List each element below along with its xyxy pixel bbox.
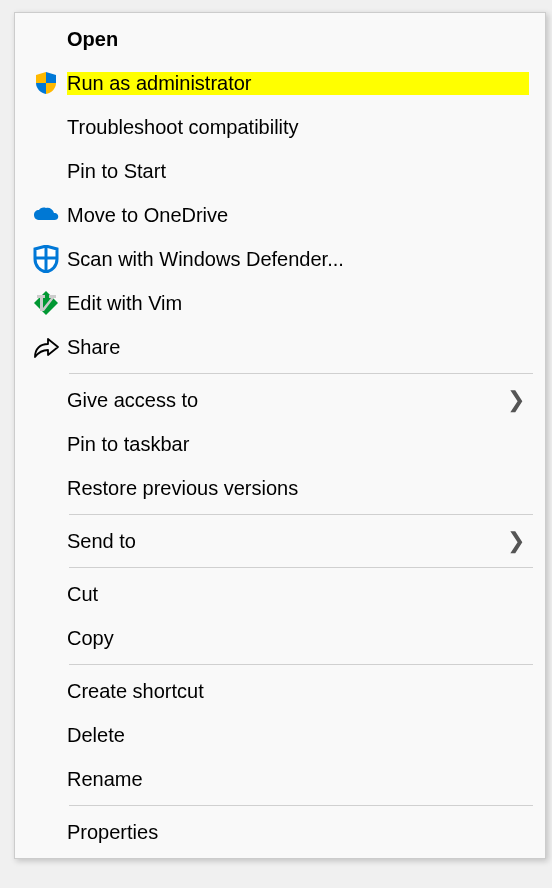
menu-label: Run as administrator [67, 72, 529, 95]
menu-label: Rename [67, 768, 529, 791]
menu-label: Share [67, 336, 529, 359]
menu-label: Pin to taskbar [67, 433, 529, 456]
defender-shield-icon [25, 245, 67, 273]
menu-label: Create shortcut [67, 680, 529, 703]
menu-item-copy[interactable]: Copy [15, 616, 545, 660]
menu-separator [69, 567, 533, 568]
menu-label: Give access to [67, 389, 507, 412]
menu-label: Delete [67, 724, 529, 747]
menu-label: Open [67, 28, 529, 51]
menu-item-troubleshoot-compatibility[interactable]: Troubleshoot compatibility [15, 105, 545, 149]
menu-item-properties[interactable]: Properties [15, 810, 545, 854]
menu-label: Cut [67, 583, 529, 606]
menu-item-rename[interactable]: Rename [15, 757, 545, 801]
menu-item-edit-with-vim[interactable]: Edit with Vim [15, 281, 545, 325]
context-menu: Open Run as administrator Troubleshoot c… [14, 12, 546, 859]
menu-item-pin-to-start[interactable]: Pin to Start [15, 149, 545, 193]
menu-label: Scan with Windows Defender... [67, 248, 529, 271]
menu-item-create-shortcut[interactable]: Create shortcut [15, 669, 545, 713]
menu-separator [69, 664, 533, 665]
menu-item-delete[interactable]: Delete [15, 713, 545, 757]
menu-item-run-as-administrator[interactable]: Run as administrator [15, 61, 545, 105]
menu-item-share[interactable]: Share [15, 325, 545, 369]
menu-label: Troubleshoot compatibility [67, 116, 529, 139]
menu-item-pin-to-taskbar[interactable]: Pin to taskbar [15, 422, 545, 466]
vim-icon [25, 290, 67, 316]
menu-separator [69, 805, 533, 806]
menu-label: Edit with Vim [67, 292, 529, 315]
menu-label: Copy [67, 627, 529, 650]
menu-label: Properties [67, 821, 529, 844]
chevron-right-icon: ❯ [507, 528, 529, 554]
menu-item-give-access-to[interactable]: Give access to ❯ [15, 378, 545, 422]
menu-separator [69, 373, 533, 374]
menu-item-cut[interactable]: Cut [15, 572, 545, 616]
onedrive-icon [25, 206, 67, 224]
menu-label: Send to [67, 530, 507, 553]
chevron-right-icon: ❯ [507, 387, 529, 413]
menu-label: Move to OneDrive [67, 204, 529, 227]
share-icon [25, 335, 67, 359]
menu-item-send-to[interactable]: Send to ❯ [15, 519, 545, 563]
menu-separator [69, 514, 533, 515]
menu-label: Pin to Start [67, 160, 529, 183]
uac-shield-icon [25, 70, 67, 96]
menu-item-move-to-onedrive[interactable]: Move to OneDrive [15, 193, 545, 237]
menu-label: Restore previous versions [67, 477, 529, 500]
menu-item-open[interactable]: Open [15, 17, 545, 61]
menu-item-restore-versions[interactable]: Restore previous versions [15, 466, 545, 510]
menu-item-scan-defender[interactable]: Scan with Windows Defender... [15, 237, 545, 281]
